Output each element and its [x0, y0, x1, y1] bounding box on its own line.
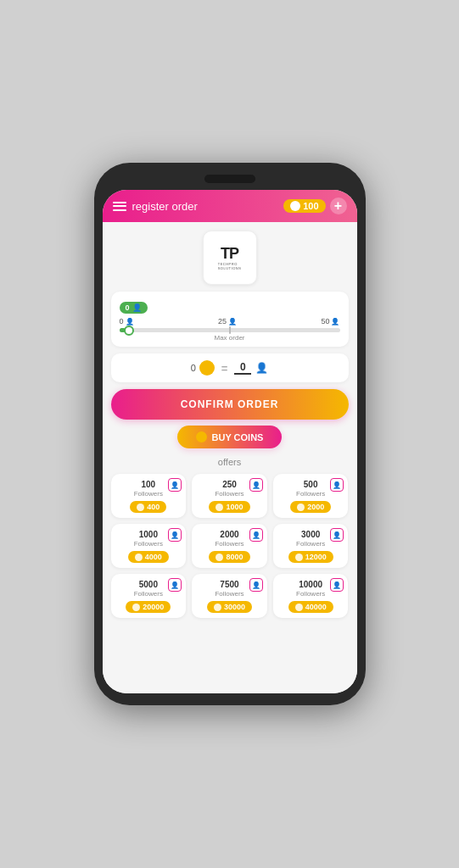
header-right: 100 + [283, 198, 346, 214]
offer-card[interactable]: 👤 500 Followers 2000 [273, 474, 349, 518]
coin-amount: 100 [303, 201, 318, 211]
person-icon-max: 👤 [331, 318, 339, 326]
person-icon-mid: 👤 [228, 318, 237, 326]
logo-text: TP [221, 246, 238, 261]
offer-coin-icon [135, 554, 143, 561]
offer-price: 40000 [288, 601, 333, 613]
offers-title: offers [111, 457, 349, 467]
offer-card[interactable]: 👤 100 Followers 400 [111, 474, 187, 518]
calc-right-value: 0 [234, 361, 251, 375]
offer-price: 1000 [209, 501, 249, 513]
slider-label-min: 0 👤 [120, 317, 134, 326]
offer-price: 20000 [126, 601, 171, 613]
offer-person-icon: 👤 [249, 578, 263, 592]
slider-label-max: 50 👤 [321, 317, 339, 326]
offer-coin-icon [295, 604, 303, 611]
offer-price-value: 40000 [305, 603, 327, 611]
offers-grid: 👤 100 Followers 400 👤 250 Followers 1000… [111, 474, 349, 618]
offer-followers-count: 5000 [139, 580, 158, 589]
offer-price-value: 400 [147, 503, 160, 511]
offer-card[interactable]: 👤 2000 Followers 8000 [192, 524, 267, 568]
offer-price-value: 20000 [143, 603, 164, 611]
slider-bubble: 0 👤 [120, 302, 148, 314]
slider-section: 0 👤 0 👤 25 👤 50 👤 [111, 292, 349, 347]
offer-followers-label: Followers [134, 540, 163, 548]
calc-person-icon: 👤 [255, 362, 268, 374]
offer-card[interactable]: 👤 250 Followers 1000 [192, 474, 267, 518]
offer-followers-count: 100 [141, 480, 155, 489]
offer-price: 400 [130, 501, 166, 513]
offer-card[interactable]: 👤 3000 Followers 12000 [273, 524, 349, 568]
offer-price-value: 4000 [145, 553, 162, 561]
offer-card[interactable]: 👤 7500 Followers 30000 [192, 574, 267, 618]
buy-coins-icon [196, 431, 207, 442]
coin-calc-right: 0 👤 [234, 361, 268, 375]
offer-person-icon: 👤 [168, 578, 182, 592]
offer-price-value: 1000 [226, 503, 243, 511]
slider-label-mid: 25 👤 [218, 317, 237, 326]
offer-followers-count: 1000 [139, 530, 158, 539]
header-left: register order [113, 200, 198, 213]
offer-price: 30000 [207, 601, 252, 613]
offer-followers-label: Followers [296, 540, 325, 548]
offer-followers-count: 10000 [299, 580, 322, 589]
person-icon-min: 👤 [126, 318, 134, 326]
offer-followers-count: 250 [222, 480, 237, 489]
offer-card[interactable]: 👤 10000 Followers 40000 [273, 574, 349, 618]
logo-box: TP TECHPROSOLUTIONS [203, 231, 257, 285]
offer-person-icon: 👤 [330, 478, 344, 492]
offer-price-value: 8000 [226, 553, 243, 561]
offer-price: 2000 [290, 501, 331, 513]
offer-followers-label: Followers [134, 590, 163, 598]
calc-left-value: 0 [191, 363, 196, 373]
offer-coin-icon [297, 504, 305, 511]
add-coins-button[interactable]: + [330, 198, 347, 214]
slider-thumb[interactable] [124, 326, 134, 336]
offer-followers-label: Followers [134, 490, 163, 498]
logo-subtext: TECHPROSOLUTIONS [218, 262, 242, 270]
header-title: register order [132, 200, 198, 213]
offer-coin-icon [214, 604, 221, 611]
logo-container: TP TECHPROSOLUTIONS [111, 231, 349, 285]
offer-price: 4000 [128, 551, 169, 563]
offer-person-icon: 👤 [168, 528, 182, 542]
offer-price: 8000 [209, 551, 249, 563]
coin-calc-left: 0 [191, 360, 215, 376]
offer-followers-label: Followers [215, 540, 243, 548]
slider-labels: 0 👤 25 👤 50 👤 [120, 317, 340, 326]
offer-coin-icon [132, 604, 140, 611]
buy-coins-button[interactable]: BUY COINS [177, 426, 283, 448]
phone-notch [204, 175, 255, 183]
calc-coin-icon [199, 360, 215, 376]
slider-track[interactable] [120, 328, 340, 332]
slider-tick-mid [229, 326, 231, 334]
menu-button[interactable] [113, 202, 126, 211]
offer-card[interactable]: 👤 5000 Followers 20000 [111, 574, 187, 618]
coin-calc: 0 = 0 👤 [111, 353, 349, 382]
offer-person-icon: 👤 [249, 528, 263, 542]
header: register order 100 + [103, 190, 357, 222]
offer-followers-label: Followers [215, 590, 243, 598]
coin-icon [290, 201, 300, 211]
offer-followers-count: 7500 [220, 580, 238, 589]
offer-price-value: 12000 [305, 553, 327, 561]
offer-coin-icon [216, 554, 223, 561]
offer-followers-label: Followers [215, 490, 243, 498]
offer-followers-count: 3000 [301, 530, 320, 539]
offer-price-value: 2000 [307, 503, 324, 511]
confirm-order-button[interactable]: CONFIRM ORDER [111, 389, 349, 420]
offer-coin-icon [216, 504, 223, 511]
offer-coin-icon [295, 554, 303, 561]
offer-coin-icon [137, 504, 144, 511]
offer-person-icon: 👤 [249, 478, 263, 492]
main-content: TP TECHPROSOLUTIONS 0 👤 0 👤 25 [103, 222, 357, 693]
bubble-value: 0 [126, 303, 130, 312]
offer-followers-count: 2000 [220, 530, 238, 539]
offer-price-value: 30000 [224, 603, 245, 611]
offer-card[interactable]: 👤 1000 Followers 4000 [111, 524, 187, 568]
coin-balance: 100 [283, 199, 325, 213]
bubble-person-icon: 👤 [132, 303, 142, 312]
offer-followers-label: Followers [296, 590, 325, 598]
offer-person-icon: 👤 [330, 528, 344, 542]
offer-person-icon: 👤 [168, 478, 182, 492]
